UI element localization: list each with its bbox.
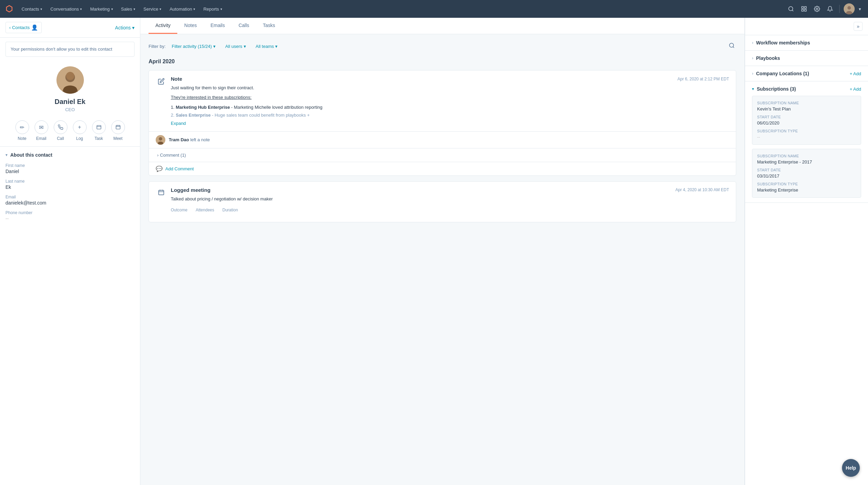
svg-point-0 [789, 6, 793, 11]
user-avatar[interactable] [844, 3, 855, 14]
phone-field: Phone number -- [5, 210, 135, 221]
svg-point-12 [66, 72, 74, 80]
svg-rect-3 [805, 10, 806, 11]
svg-rect-24 [159, 190, 164, 195]
nav-marketing[interactable]: Marketing ▾ [87, 4, 116, 14]
collapse-sidebar-button[interactable]: » [854, 22, 863, 31]
task-icon [92, 120, 106, 134]
playbooks-section: › Playbooks [745, 51, 868, 66]
outcome-label[interactable]: Outcome [171, 208, 188, 214]
tabs-bar: Activity Notes Emails Calls Tasks [140, 18, 744, 34]
help-button[interactable]: Help [842, 459, 860, 477]
email-action[interactable]: ✉ Email [35, 120, 48, 141]
about-section: ▾ About this contact First name Daniel L… [0, 146, 140, 232]
note-subscription-list: 1. Marketing Hub Enterprise - Marketing … [171, 103, 729, 119]
tab-emails[interactable]: Emails [204, 18, 232, 34]
back-to-contacts-button[interactable]: ‹ Contacts 👤 [5, 22, 42, 33]
contact-avatar [56, 66, 84, 94]
task-action[interactable]: Task [92, 120, 106, 141]
settings-button[interactable] [812, 4, 822, 14]
note-activity-card: Note Apr 6, 2020 at 2:12 PM EDT Just wai… [149, 70, 736, 176]
company-locations-toggle[interactable]: › Company Locations (1) + Add [752, 71, 861, 76]
company-locations-chevron-icon: › [752, 71, 753, 76]
subscriptions-toggle[interactable]: ▾ Subscriptions (3) + Add [752, 86, 861, 92]
note-card-body: Note Apr 6, 2020 at 2:12 PM EDT Just wai… [171, 76, 729, 126]
sidebar-header: ‹ Contacts 👤 Actions ▾ [0, 18, 140, 38]
nav-automation[interactable]: Automation ▾ [166, 4, 199, 14]
svg-rect-14 [97, 126, 101, 129]
svg-rect-1 [802, 6, 803, 8]
meeting-title-row: Logged meeting Apr 4, 2020 at 10:30 AM E… [171, 187, 729, 193]
commenter-note-text: Tram Dao left a note [169, 137, 210, 142]
marketing-chevron-icon: ▾ [111, 7, 113, 11]
comment-toggle-button[interactable]: › Comment (1) [156, 152, 187, 158]
note-card-icon [156, 76, 167, 87]
svg-point-7 [847, 6, 851, 10]
tab-activity[interactable]: Activity [149, 18, 177, 34]
workflow-memberships-section: › Workflow memberships [745, 35, 868, 51]
add-comment-button[interactable]: 💬 Add Comment [149, 162, 736, 175]
last-name-field: Last name Ek [5, 179, 135, 190]
activity-filter-button[interactable]: Filter activity (15/24) ▾ [168, 42, 219, 51]
nav-reports[interactable]: Reports ▾ [200, 4, 226, 14]
tab-notes[interactable]: Notes [177, 18, 204, 34]
company-locations-section: › Company Locations (1) + Add [745, 66, 868, 81]
nav-sales[interactable]: Sales ▾ [118, 4, 139, 14]
svg-point-20 [729, 43, 733, 47]
back-arrow-icon: ‹ [9, 25, 11, 30]
workflow-chevron-icon: › [752, 40, 753, 45]
activity-search-button[interactable] [727, 41, 736, 52]
service-chevron-icon: ▾ [159, 7, 161, 11]
nav-conversations[interactable]: Conversations ▾ [47, 4, 85, 14]
note-icon: ✏ [15, 120, 29, 134]
nav-service[interactable]: Service ▾ [140, 4, 165, 14]
contact-profile: Daniel Ek CEO [0, 61, 140, 115]
tab-tasks[interactable]: Tasks [256, 18, 282, 34]
playbooks-chevron-icon: › [752, 56, 753, 61]
meet-action[interactable]: Meet [111, 120, 125, 141]
duration-label[interactable]: Duration [222, 208, 238, 214]
first-name-field: First name Daniel [5, 163, 135, 174]
user-menu-chevron[interactable]: ▾ [857, 6, 863, 12]
svg-point-13 [63, 86, 77, 94]
svg-point-22 [159, 137, 162, 141]
note-title-row: Note Apr 6, 2020 at 2:12 PM EDT [171, 76, 729, 82]
log-action[interactable]: + Log [73, 120, 87, 141]
add-company-location-button[interactable]: + Add [850, 71, 861, 76]
contact-action-icons: ✏ Note ✉ Email Call + Log [0, 115, 140, 146]
add-subscription-button[interactable]: + Add [850, 87, 861, 92]
email-icon: ✉ [35, 120, 48, 134]
right-sidebar-header: » [745, 18, 868, 35]
playbooks-toggle[interactable]: › Playbooks [752, 55, 861, 61]
meeting-card-icon [156, 187, 167, 198]
comment-toggle-row: › Comment (1) [149, 148, 736, 162]
attendees-label[interactable]: Attendees [196, 208, 214, 214]
about-section-toggle[interactable]: ▾ About this contact [5, 152, 135, 158]
users-filter-chevron-icon: ▾ [244, 44, 246, 49]
activity-content: Filter by: Filter activity (15/24) ▾ All… [140, 34, 744, 235]
sales-chevron-icon: ▾ [133, 7, 135, 11]
call-action[interactable]: Call [54, 120, 67, 141]
marketplace-button[interactable] [799, 4, 809, 14]
about-chevron-icon: ▾ [5, 153, 8, 157]
hubspot-logo[interactable]: ⬡ [5, 4, 13, 14]
notifications-button[interactable] [825, 4, 835, 14]
contact-person-icon: 👤 [31, 24, 38, 31]
comment-speech-icon: 💬 [156, 166, 163, 172]
svg-rect-4 [802, 10, 803, 11]
users-filter-button[interactable]: All users ▾ [222, 42, 250, 51]
subscription-card-2: Subscription Name Marketing Enterprise -… [752, 149, 861, 198]
meeting-details-row: Outcome Attendees Duration [171, 205, 729, 217]
search-button[interactable] [786, 4, 796, 14]
workflow-memberships-toggle[interactable]: › Workflow memberships [752, 40, 861, 45]
subscription-card-1: Subscription Name Kevin's Test Plan Star… [752, 96, 861, 145]
teams-filter-button[interactable]: All teams ▾ [252, 42, 281, 51]
top-navigation: ⬡ Contacts ▾ Conversations ▾ Marketing ▾… [0, 0, 868, 18]
expand-note-button[interactable]: Expand [171, 121, 186, 126]
nav-contacts[interactable]: Contacts ▾ [18, 4, 46, 14]
actions-button[interactable]: Actions ▾ [115, 25, 135, 30]
right-sidebar: » › Workflow memberships › Playbooks [745, 18, 868, 485]
note-card-footer: Tram Dao left a note [149, 131, 736, 148]
note-action[interactable]: ✏ Note [15, 120, 29, 141]
tab-calls[interactable]: Calls [232, 18, 256, 34]
